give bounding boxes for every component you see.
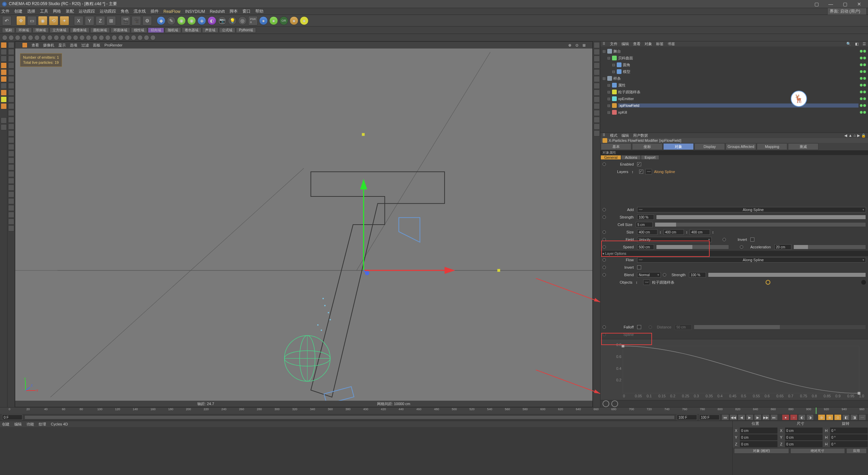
object-row[interactable]: ⊟ 粒子跟随样条 [603, 89, 866, 95]
mat-menu-create[interactable]: 创建 [2, 422, 9, 427]
effector-dot[interactable] [66, 35, 72, 40]
mode-edge[interactable] [1, 69, 7, 75]
object-name[interactable]: 属性 [618, 83, 859, 88]
snap-option[interactable] [8, 49, 14, 55]
tab-basic[interactable]: 基本 [601, 143, 631, 150]
coord-rot-input[interactable]: 0 ° [830, 427, 868, 434]
coord-size-input[interactable]: 0 cm [785, 427, 823, 434]
om-menu-object[interactable]: 对象 [645, 41, 652, 46]
tool-a[interactable]: ◎ [238, 16, 247, 25]
subtab-general[interactable]: General [600, 155, 621, 160]
menu-pipeline[interactable]: 流水线 [134, 8, 146, 14]
snap-option[interactable] [8, 178, 14, 184]
snap-option[interactable] [8, 130, 14, 136]
mat-menu-func[interactable]: 功能 [26, 422, 34, 427]
menu-redshift[interactable]: Redshift [210, 9, 225, 14]
window-close-button[interactable]: ✕ [854, 1, 864, 7]
axis-z[interactable]: Z [96, 16, 105, 25]
object-name[interactable]: xpKill [618, 110, 859, 114]
key-pos[interactable]: ⊕ [818, 414, 825, 420]
rotate-tool[interactable]: ⟲ [49, 16, 58, 25]
subtab-export[interactable]: Export [641, 155, 659, 160]
tl-end-field[interactable]: 100 F [677, 415, 697, 420]
effector-dot[interactable] [73, 35, 78, 40]
autokey-button[interactable]: ○ [790, 414, 797, 420]
snap-option[interactable] [8, 151, 14, 157]
right-strip-btn[interactable] [594, 76, 600, 82]
footer-icon-a[interactable] [603, 400, 609, 407]
menu-insydium[interactable]: INSYDIUM [185, 9, 205, 14]
chip-radial[interactable]: 径向域 [148, 27, 164, 33]
chip-cube[interactable]: 立方体域 [50, 27, 69, 33]
vp-menu-view[interactable]: 查看 [32, 43, 39, 48]
right-strip-btn[interactable] [594, 83, 600, 89]
menu-motion2[interactable]: 运动跟踪 [100, 8, 116, 14]
chip-brush[interactable]: 笔刷 [2, 27, 15, 33]
right-strip-btn[interactable] [594, 62, 600, 69]
object-name[interactable]: 舞台 [613, 49, 859, 54]
menu-create[interactable]: 创建 [14, 8, 22, 14]
size-z-input[interactable]: 400 cm [690, 229, 710, 235]
effector-dot[interactable] [124, 35, 130, 40]
play-button[interactable]: ▶ [746, 414, 753, 420]
object-row[interactable]: ⊟ 贝科曲面 [603, 55, 866, 61]
am-menu-user[interactable]: 用户数据 [633, 133, 648, 138]
coord-mode-dropdown[interactable]: 对象 (相对) [734, 448, 789, 454]
mode-snap[interactable] [1, 96, 7, 102]
strength2-slider[interactable] [708, 272, 866, 277]
object-row[interactable]: ⊟ xpEmitter [603, 95, 866, 102]
vp-menu-filter[interactable]: 过滤 [81, 43, 89, 48]
right-strip-btn[interactable] [594, 42, 600, 48]
strength-input[interactable]: 100 % [637, 214, 654, 220]
playhead[interactable] [816, 407, 816, 414]
snap-option[interactable] [8, 164, 14, 170]
vp-menu-panel[interactable]: 面板 [93, 43, 100, 48]
tab-display[interactable]: Display [694, 143, 725, 150]
right-strip-btn[interactable] [594, 110, 600, 116]
select-tool[interactable]: ▭ [27, 16, 37, 25]
om-menu-view[interactable]: 查看 [633, 41, 640, 46]
tool-b[interactable]: ● [259, 16, 268, 25]
right-strip-btn[interactable] [594, 130, 600, 136]
mode-axis[interactable] [1, 83, 7, 89]
menu-tools[interactable]: 工具 [40, 8, 48, 14]
snap-option[interactable] [8, 218, 14, 225]
record-button[interactable]: ● [782, 414, 789, 420]
axis-y[interactable]: Y [85, 16, 94, 25]
viewport-canvas[interactable]: Number of emitters: 1 Total live particl… [15, 49, 592, 401]
effector-dot[interactable] [21, 35, 27, 40]
menu-plugins[interactable]: 插件 [151, 8, 159, 14]
snap-option[interactable] [8, 69, 14, 75]
chip-cylinder[interactable]: 圆柱体域 [90, 27, 110, 33]
invert-checkbox[interactable] [750, 238, 754, 242]
tab-falloff[interactable]: 衰减 [788, 143, 818, 150]
object-name[interactable]: 粒子跟随样条 [618, 90, 859, 95]
mode-texture[interactable] [1, 49, 7, 55]
chip-python[interactable]: Python域 [236, 27, 256, 33]
footer-icon-b[interactable] [611, 400, 618, 407]
effector-dot[interactable] [105, 35, 111, 40]
accel-input[interactable]: 20 cm [774, 244, 791, 250]
effector-dot[interactable] [8, 35, 14, 40]
cellsize-input[interactable]: 5 cm [636, 222, 653, 227]
effector-dot[interactable] [34, 35, 40, 40]
om-search-icon[interactable]: 🔍 [846, 42, 851, 46]
am-nav-prev[interactable]: ◀ [844, 133, 847, 138]
right-strip-btn[interactable] [594, 103, 600, 109]
object-name[interactable]: xpFlowField [618, 103, 859, 108]
primitive-cube[interactable]: ◆ [157, 16, 165, 25]
chip-random[interactable]: 随机域 [165, 27, 181, 33]
key-scale[interactable]: ⊗ [826, 414, 833, 420]
chip-sphere[interactable]: 球体域 [33, 27, 49, 33]
field-dot[interactable] [603, 238, 606, 241]
effector-dot[interactable] [112, 35, 117, 40]
menu-realflow[interactable]: RealFlow [163, 9, 180, 14]
effector-dot[interactable] [150, 35, 156, 40]
layers-checkbox[interactable] [639, 170, 643, 174]
menu-file[interactable]: 文件 [1, 8, 9, 14]
tab-object[interactable]: 对象 [663, 143, 694, 150]
chip-linear[interactable]: 线性域 [131, 27, 147, 33]
snap-option[interactable] [8, 103, 14, 109]
size-y-input[interactable]: 400 cm [664, 229, 684, 235]
object-row[interactable]: ⊟ 属性 [603, 82, 866, 89]
